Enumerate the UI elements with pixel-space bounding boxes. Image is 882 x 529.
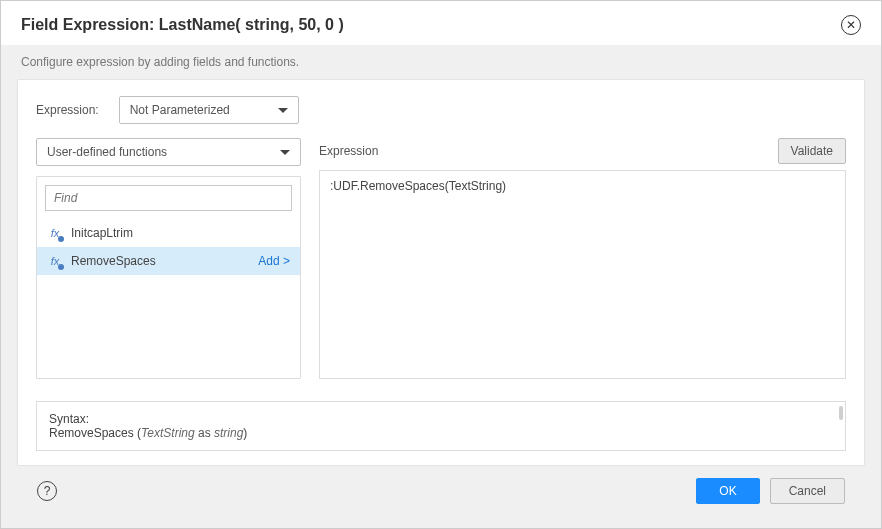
syntax-type: string [214, 426, 243, 440]
category-value: User-defined functions [47, 145, 167, 159]
syntax-fn: RemoveSpaces [49, 426, 134, 440]
fx-icon: fx [47, 225, 63, 241]
scrollbar-thumb[interactable] [839, 406, 843, 420]
chevron-down-icon [280, 150, 290, 155]
syntax-close: ) [243, 426, 247, 440]
right-column: Expression Validate :UDF.RemoveSpaces(Te… [319, 138, 846, 379]
syntax-as: as [195, 426, 214, 440]
syntax-param: TextString [141, 426, 195, 440]
expression-type-value: Not Parameterized [130, 103, 230, 117]
function-list: fx InitcapLtrim fx RemoveSpaces Add > [37, 219, 300, 378]
expression-editor[interactable]: :UDF.RemoveSpaces(TextString) [319, 170, 846, 379]
dialog-header: Field Expression: LastName( string, 50, … [1, 1, 881, 45]
subheader: Configure expression by adding fields an… [1, 45, 881, 79]
columns: User-defined functions fx InitcapLtrim f… [36, 138, 846, 379]
expression-type-select[interactable]: Not Parameterized [119, 96, 299, 124]
expression-label: Expression [319, 144, 378, 158]
function-name: InitcapLtrim [71, 226, 133, 240]
expression-content: :UDF.RemoveSpaces(TextString) [330, 179, 506, 193]
expression-type-label: Expression: [36, 103, 99, 117]
ok-button[interactable]: OK [696, 478, 759, 504]
syntax-line: RemoveSpaces (TextString as string) [49, 426, 833, 440]
syntax-open: ( [134, 426, 141, 440]
syntax-box: Syntax: RemoveSpaces (TextString as stri… [36, 401, 846, 451]
main-panel: Expression: Not Parameterized User-defin… [17, 79, 865, 466]
expression-header-row: Expression Validate [319, 138, 846, 164]
function-row-initcapltrim[interactable]: fx InitcapLtrim [37, 219, 300, 247]
footer-buttons: OK Cancel [696, 478, 845, 504]
validate-button[interactable]: Validate [778, 138, 846, 164]
field-expression-dialog: Field Expression: LastName( string, 50, … [0, 0, 882, 529]
dialog-footer: ? OK Cancel [17, 466, 865, 518]
category-select[interactable]: User-defined functions [36, 138, 301, 166]
fx-icon: fx [47, 253, 63, 269]
help-icon[interactable]: ? [37, 481, 57, 501]
function-list-box: fx InitcapLtrim fx RemoveSpaces Add > [36, 176, 301, 379]
dialog-title: Field Expression: LastName( string, 50, … [21, 16, 344, 34]
add-function-link[interactable]: Add > [258, 254, 290, 268]
chevron-down-icon [278, 108, 288, 113]
content-wrap: Expression: Not Parameterized User-defin… [1, 79, 881, 528]
syntax-label: Syntax: [49, 412, 833, 426]
cancel-button[interactable]: Cancel [770, 478, 845, 504]
function-row-removespaces[interactable]: fx RemoveSpaces Add > [37, 247, 300, 275]
search-input[interactable] [45, 185, 292, 211]
expression-type-row: Expression: Not Parameterized [36, 96, 846, 124]
close-icon[interactable]: ✕ [841, 15, 861, 35]
function-name: RemoveSpaces [71, 254, 156, 268]
left-column: User-defined functions fx InitcapLtrim f… [36, 138, 301, 379]
